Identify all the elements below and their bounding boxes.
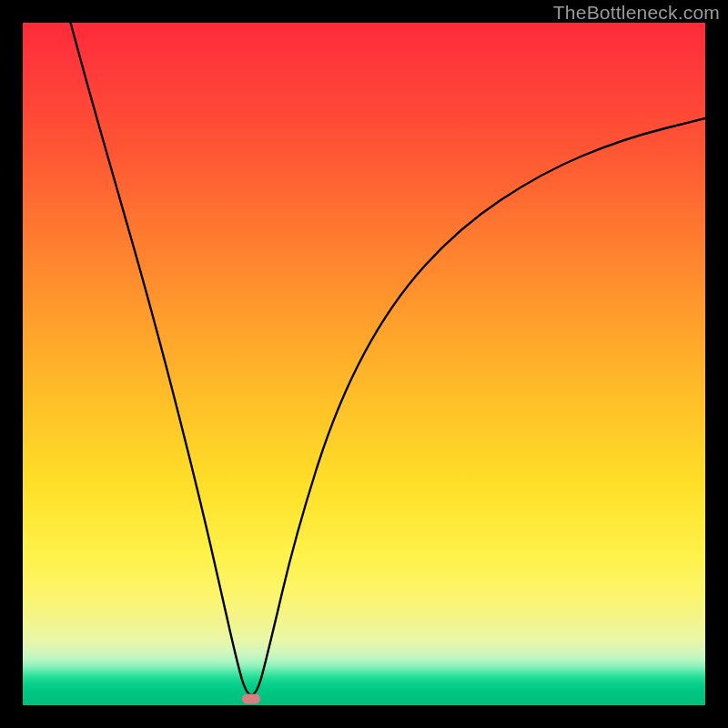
chart-frame: TheBottleneck.com <box>0 0 728 728</box>
watermark-text: TheBottleneck.com <box>553 2 720 24</box>
plot-area <box>23 23 705 705</box>
optimal-marker <box>242 693 260 703</box>
bottleneck-curve <box>23 23 705 705</box>
